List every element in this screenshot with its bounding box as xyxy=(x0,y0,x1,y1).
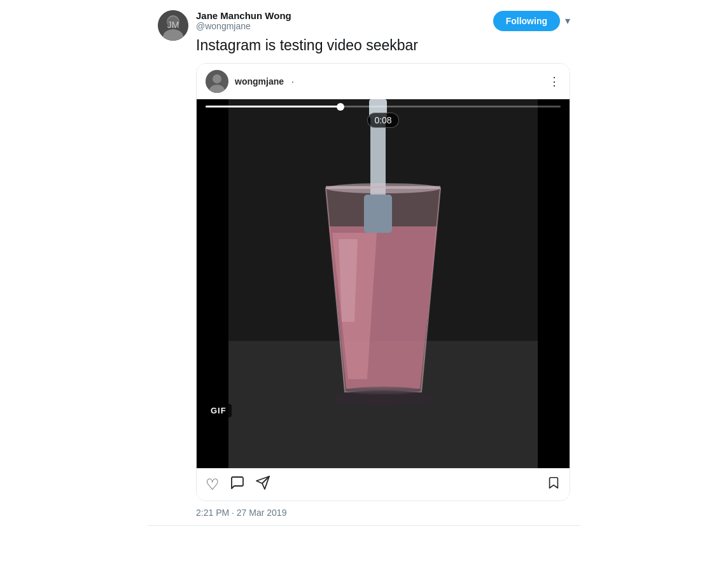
avatar[interactable]: JM xyxy=(158,10,188,41)
instagram-embed: wongmjane · ⋮ xyxy=(197,64,570,501)
username: @wongmjane xyxy=(196,21,291,31)
ig-avatar xyxy=(206,70,228,93)
svg-point-16 xyxy=(332,391,434,406)
time-badge: 0:08 xyxy=(367,113,398,128)
drink-visual xyxy=(197,99,570,468)
letterbox-right xyxy=(538,99,570,468)
header-right: Following ▾ xyxy=(493,11,570,31)
ig-separator-dot: · xyxy=(291,76,294,87)
gif-badge: GIF xyxy=(206,404,232,417)
ig-username: wongmjane xyxy=(235,76,284,87)
ig-more-options-icon[interactable]: ⋮ xyxy=(549,74,561,88)
svg-text:JM: JM xyxy=(167,20,179,30)
ig-actions-left: ♡ xyxy=(206,475,270,494)
svg-point-7 xyxy=(213,74,221,83)
ig-actions: ♡ xyxy=(197,468,570,501)
chevron-down-icon[interactable]: ▾ xyxy=(565,15,570,27)
user-info: Jane Manchun Wong @wongmjane xyxy=(196,10,291,31)
tweet-header: Jane Manchun Wong @wongmjane Following ▾ xyxy=(196,10,570,31)
svg-point-14 xyxy=(326,183,440,193)
share-icon[interactable] xyxy=(255,475,270,494)
ig-video-area: 0:08 GIF xyxy=(197,99,570,468)
seekbar-thumb[interactable] xyxy=(337,103,344,111)
tweet-timestamp: 2:21 PM · 27 Mar 2019 xyxy=(196,508,570,518)
tweet-text: Instagram is testing video seekbar xyxy=(196,35,570,55)
svg-rect-12 xyxy=(364,195,392,233)
seekbar-track[interactable] xyxy=(206,106,561,107)
following-button[interactable]: Following xyxy=(493,11,560,31)
like-icon[interactable]: ♡ xyxy=(206,476,220,494)
tweet-right-column: Jane Manchun Wong @wongmjane Following ▾… xyxy=(196,10,570,518)
tweet-media: wongmjane · ⋮ xyxy=(196,63,570,501)
ig-user-row: wongmjane · xyxy=(206,70,294,93)
tweet-left-column: JM xyxy=(158,10,188,518)
seekbar-area: 0:08 xyxy=(197,99,570,134)
ig-header: wongmjane · ⋮ xyxy=(197,64,570,99)
comment-icon[interactable] xyxy=(230,475,245,494)
ig-video-frame: 0:08 GIF xyxy=(197,99,570,468)
display-name: Jane Manchun Wong xyxy=(196,10,291,21)
seekbar-progress xyxy=(206,106,340,107)
bookmark-icon[interactable] xyxy=(547,476,561,494)
tweet-card: JM Jane Manchun Wong @wongmjane Followin… xyxy=(148,0,580,526)
